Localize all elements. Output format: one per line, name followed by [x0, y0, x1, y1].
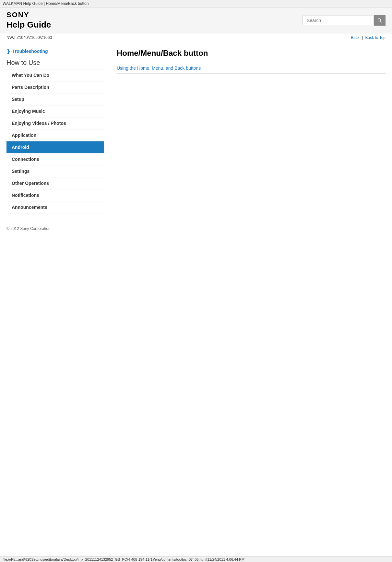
sidebar-item-link[interactable]: What You Can Do [6, 69, 104, 81]
sidebar-item-enjoying-videos[interactable]: Enjoying Videos / Photos [6, 117, 104, 129]
browser-title-bar: WALKMAN Help Guide | Home/Menu/Back butt… [0, 0, 392, 7]
sidebar-item-link[interactable]: Connections [6, 153, 104, 165]
content-wrapper: ❱ Troubleshooting How to Use What You Ca… [0, 42, 392, 220]
sidebar-item-settings[interactable]: Settings [6, 165, 104, 177]
main-content: Home/Menu/Back button Using the Home, Me… [110, 49, 386, 213]
sidebar-item-setup[interactable]: Setup [6, 93, 104, 105]
how-to-use-heading: How to Use [6, 59, 104, 66]
sidebar-item-link[interactable]: Enjoying Music [6, 105, 104, 117]
content-divider [117, 73, 386, 74]
nav-links: Back | Back to Top [351, 35, 386, 40]
sidebar-item-link[interactable]: Settings [6, 165, 104, 177]
header-bar: SONY Help Guide [0, 7, 392, 33]
logo-area: SONY Help Guide [6, 11, 51, 30]
search-button[interactable] [374, 15, 386, 26]
sidebar-item-link[interactable]: Other Operations [6, 177, 104, 189]
sidebar-item-link[interactable]: Setup [6, 93, 104, 105]
chevron-right-icon: ❱ [6, 49, 10, 54]
nav-separator: | [362, 35, 363, 40]
svg-line-1 [380, 21, 382, 22]
sidebar-nav: What You Can Do Parts Description Setup … [6, 69, 104, 213]
sony-logo: SONY [6, 11, 51, 19]
nav-bar: NWZ-Z1040/Z1050/Z1060 Back | Back to Top [0, 33, 392, 42]
sidebar-item-announcements[interactable]: Announcements [6, 201, 104, 213]
sidebar-item-link[interactable]: Enjoying Videos / Photos [6, 117, 104, 129]
sidebar-item-application[interactable]: Application [6, 129, 104, 141]
sidebar-item-other-operations[interactable]: Other Operations [6, 177, 104, 189]
sidebar-item-android[interactable]: Android [6, 141, 104, 153]
sidebar-item-link[interactable]: Announcements [6, 201, 104, 213]
back-to-top-link[interactable]: Back to Top [365, 35, 386, 40]
model-text: NWZ-Z1040/Z1050/Z1060 [6, 35, 52, 40]
sidebar-item-enjoying-music[interactable]: Enjoying Music [6, 105, 104, 117]
search-container [303, 15, 386, 26]
browser-title: WALKMAN Help Guide | Home/Menu/Back butt… [3, 1, 89, 6]
page-heading: Home/Menu/Back button [117, 49, 386, 60]
copyright-text: © 2012 Sony Corporation [6, 226, 51, 231]
sidebar-item-link[interactable]: Notifications [6, 189, 104, 201]
sidebar-item-connections[interactable]: Connections [6, 153, 104, 165]
sidebar: ❱ Troubleshooting How to Use What You Ca… [6, 49, 104, 213]
search-input[interactable] [303, 16, 374, 25]
sidebar-item-link[interactable]: Parts Description [6, 81, 104, 93]
sidebar-item-parts-description[interactable]: Parts Description [6, 81, 104, 93]
footer: © 2012 Sony Corporation [0, 220, 392, 237]
back-link[interactable]: Back [351, 35, 360, 40]
troubleshooting-label: Troubleshooting [12, 49, 48, 54]
content-link[interactable]: Using the Home, Menu, and Back buttons [117, 66, 201, 71]
sidebar-item-notifications[interactable]: Notifications [6, 189, 104, 201]
help-guide-title: Help Guide [6, 20, 51, 30]
svg-point-0 [378, 18, 381, 21]
search-icon [377, 18, 382, 23]
sidebar-item-link[interactable]: Application [6, 129, 104, 141]
sidebar-item-what-you-can-do[interactable]: What You Can Do [6, 69, 104, 81]
troubleshooting-link[interactable]: ❱ Troubleshooting [6, 49, 104, 54]
sidebar-item-link[interactable]: Android [6, 141, 104, 153]
